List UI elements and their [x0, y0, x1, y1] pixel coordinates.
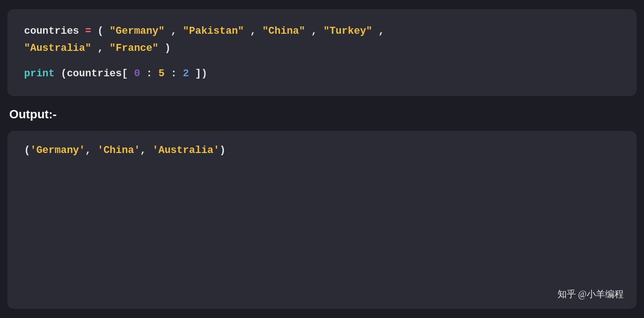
var-name: countries [24, 25, 79, 37]
slice-stop: 5 [158, 68, 164, 80]
string-china: "China" [262, 25, 305, 37]
spacer [24, 56, 620, 66]
code-line-3: print (countries[ 0 : 5 : 2 ]) [24, 66, 620, 82]
print-keyword: print [24, 68, 55, 80]
string-australia: "Australia" [24, 43, 91, 54]
watermark: 知乎 @小羊编程 [557, 288, 624, 300]
output-label: Output:- [9, 107, 637, 122]
string-turkey: "Turkey" [323, 25, 372, 37]
open-paren: ( [97, 25, 103, 37]
slice-step: 2 [183, 68, 189, 80]
slice-start: 0 [134, 68, 140, 80]
code-line-2: "Australia" , "France" ) [24, 40, 620, 56]
output-block: ('Germany', 'China', 'Australia') 知乎 @小羊… [7, 131, 637, 309]
string-germany: "Germany" [110, 25, 165, 37]
equals-sign: = [85, 25, 91, 37]
code-line-1: countries = ( "Germany" , "Pakistan" , "… [24, 23, 620, 39]
string-pakistan: "Pakistan" [183, 25, 244, 37]
close-paren-tuple: ) [165, 43, 171, 54]
string-france: "France" [110, 43, 159, 54]
code-block: countries = ( "Germany" , "Pakistan" , "… [7, 9, 637, 96]
output-text: ('Germany', 'China', 'Australia') [24, 145, 620, 156]
